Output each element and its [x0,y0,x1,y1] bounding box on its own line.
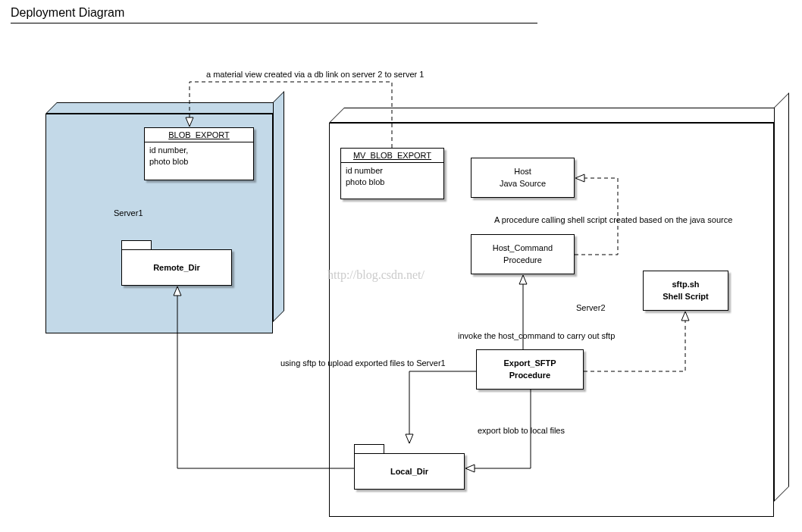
label-proc-java: A procedure calling shell script created… [494,215,732,224]
label-invoke-host: invoke the host_command to carry out sft… [458,331,615,340]
mv-blob-export-class: MV_BLOB_EXPORT id number photo blob [340,148,444,199]
watermark: http://blog.csdn.net/ [327,268,424,282]
host-java-box: Host Java Source [471,158,575,198]
title-underline [11,23,537,23]
server1-label: Server1 [114,208,143,217]
remote-dir-label: Remote_Dir [121,249,232,286]
local-dir-label: Local_Dir [354,453,465,490]
sftp-sh-box: sftp.sh Shell Script [643,271,728,311]
local-dir-folder: Local_Dir [354,444,465,490]
page-title: Deployment Diagram [11,6,124,20]
mv-blob-export-body: id number photo blob [341,163,443,191]
blob-export-class: BLOB_EXPORT id number, photo blob [144,127,254,180]
remote-dir-folder: Remote_Dir [121,240,232,286]
server2-label: Server2 [576,303,606,312]
label-export-blob: export blob to local files [478,426,565,435]
export-sftp-box: Export_SFTP Procedure [476,349,584,390]
blob-export-body: id number, photo blob [145,142,253,171]
host-cmd-box: Host_Command Procedure [471,234,575,274]
mv-blob-export-header: MV_BLOB_EXPORT [341,149,443,163]
label-sftp-upload: using sftp to upload exported files to S… [280,358,446,368]
label-mv-link: a material view created via a db link on… [206,70,424,79]
blob-export-header: BLOB_EXPORT [145,128,253,142]
